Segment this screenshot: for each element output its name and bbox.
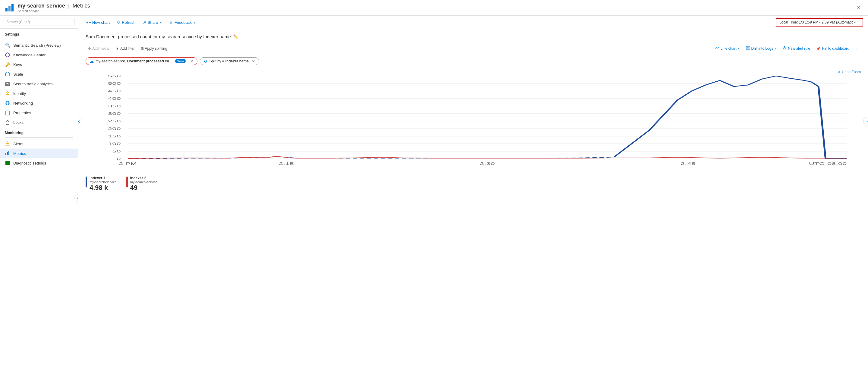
svg-text:400: 400: [108, 97, 121, 100]
add-metric-button[interactable]: ✚ Add metric: [86, 45, 112, 52]
scale-label: Scale: [13, 72, 23, 77]
legend-row: indexer-1 my-search-service 4.98 k index…: [86, 176, 861, 192]
svg-text:300: 300: [108, 112, 121, 115]
svg-text:450: 450: [108, 89, 121, 93]
add-metric-label: Add metric: [92, 47, 110, 51]
search-traffic-icon: [5, 81, 10, 87]
refresh-label: Refresh: [122, 20, 135, 25]
diagnostic-icon: [5, 160, 10, 166]
identity-label: Identity: [13, 91, 26, 96]
diagnostic-label: Diagnostic settings: [13, 161, 46, 165]
chart-container: Sum Document processed count for my-sear…: [79, 29, 868, 367]
metric-filter-label: my-search-service. Document processed co…: [96, 59, 172, 63]
indexer2-name: indexer-2: [130, 176, 157, 180]
monitoring-section-label: Monitoring: [0, 127, 78, 136]
chart-next-button[interactable]: ›: [863, 117, 868, 125]
line-chart-arrow: ∨: [738, 47, 740, 50]
share-button[interactable]: ↗ Share ∨: [140, 19, 165, 26]
semantic-search-icon: 🔍: [5, 42, 10, 48]
add-filter-button[interactable]: ▼ Add filter: [113, 45, 137, 52]
svg-point-21: [7, 145, 7, 145]
svg-rect-1: [8, 6, 10, 11]
svg-text:2:30: 2:30: [480, 162, 495, 165]
line-chart-button[interactable]: Line chart ∨: [713, 44, 742, 52]
search-input[interactable]: [4, 18, 74, 26]
title-bar: my-search-service | Metrics ··· Search s…: [0, 0, 868, 16]
sidebar-item-properties[interactable]: Properties: [0, 108, 78, 118]
svg-text:UTC-08:00: UTC-08:00: [809, 162, 847, 165]
keys-icon: 🔑: [5, 62, 10, 67]
split-filter-close[interactable]: ✕: [252, 59, 255, 64]
sidebar-item-alerts[interactable]: Alerts: [0, 139, 78, 149]
sidebar-item-semantic-search[interactable]: 🔍 Semantic Search (Preview): [0, 40, 78, 50]
chart-prev-button[interactable]: ‹: [79, 117, 83, 125]
sidebar-item-locks[interactable]: Locks: [0, 118, 78, 127]
new-chart-button[interactable]: + + New chart: [83, 19, 113, 26]
indexer2-sub: my-search-service: [130, 180, 157, 184]
chart-wrapper: ↺ Undo Zoom ‹ › .grid-line { stroke: #e8…: [86, 70, 861, 172]
svg-text:500: 500: [108, 82, 121, 85]
new-alert-rule-button[interactable]: New alert rule: [780, 44, 812, 52]
filter-row: ☁ my-search-service. Document processed …: [86, 57, 861, 65]
metric-filter-pill: ☁ my-search-service. Document processed …: [86, 57, 197, 65]
split-icon: ⚙: [204, 59, 208, 64]
drill-into-logs-button[interactable]: Drill into Logs ∨: [744, 44, 779, 52]
apply-splitting-button[interactable]: ⊞ Apply splitting: [138, 45, 170, 52]
drill-logs-label: Drill into Logs: [751, 47, 773, 51]
sidebar-item-identity[interactable]: Identity: [0, 89, 78, 98]
sidebar-item-networking[interactable]: Networking: [0, 98, 78, 108]
indexer1-solid-line: [614, 76, 847, 159]
feedback-button[interactable]: ☺ Feedback ∨: [166, 19, 198, 26]
chart-svg: .grid-line { stroke: #e8e8e8; stroke-wid…: [86, 70, 861, 172]
indexer1-info: indexer-1 my-search-service 4.98 k: [90, 176, 117, 192]
metric-badge: Sum: [175, 59, 186, 63]
indexer1-color-bar: [86, 177, 87, 187]
svg-rect-4: [5, 73, 10, 76]
sidebar-item-keys[interactable]: 🔑 Keys: [0, 60, 78, 69]
share-icon: ↗: [143, 20, 146, 25]
add-metric-icon: ✚: [88, 47, 91, 51]
identity-icon: [5, 91, 10, 96]
sidebar-item-knowledge-center[interactable]: Knowledge Center: [0, 50, 78, 60]
service-name: my-search-service: [18, 3, 65, 9]
more-options-button[interactable]: ···: [853, 45, 861, 52]
svg-text:150: 150: [108, 134, 121, 138]
refresh-button[interactable]: ↻ Refresh: [114, 19, 138, 26]
split-filter-label: Split by = Indexer name: [210, 59, 249, 63]
sidebar-item-diagnostic[interactable]: Diagnostic settings: [0, 158, 78, 168]
properties-icon: [5, 110, 10, 115]
svg-point-11: [7, 92, 8, 93]
close-button[interactable]: ×: [854, 3, 863, 12]
svg-rect-2: [11, 4, 13, 11]
sidebar-item-metrics[interactable]: Metrics: [0, 149, 78, 158]
app-container: my-search-service | Metrics ··· Search s…: [0, 0, 868, 367]
indexer2-info: indexer-2 my-search-service 49: [130, 176, 157, 192]
title-left: my-search-service | Metrics ··· Search s…: [5, 3, 97, 13]
pin-icon: 📌: [816, 47, 821, 51]
edit-icon[interactable]: ✏️: [233, 34, 239, 39]
metrics-icon: [5, 151, 10, 156]
title-text: my-search-service | Metrics ··· Search s…: [18, 3, 97, 13]
sidebar-item-scale[interactable]: Scale: [0, 69, 78, 79]
svg-text:250: 250: [108, 119, 121, 123]
content-area: + + New chart ↻ Refresh ↗ Share ∨ ☺ Feed…: [79, 16, 868, 367]
toolbar: + + New chart ↻ Refresh ↗ Share ∨ ☺ Feed…: [79, 16, 868, 29]
feedback-label: Feedback: [175, 20, 192, 25]
metric-cloud-icon: ☁: [90, 59, 94, 64]
metric-filter-close[interactable]: ✕: [190, 59, 193, 64]
apply-splitting-icon: ⊞: [141, 47, 144, 51]
more-icon[interactable]: ···: [93, 3, 97, 9]
pin-to-dashboard-button[interactable]: 📌 Pin to dashboard: [814, 45, 852, 52]
plus-icon: +: [86, 20, 89, 25]
new-alert-icon: [782, 46, 786, 51]
line-chart-icon: [715, 46, 719, 51]
new-chart-label: + New chart: [89, 20, 110, 25]
apply-splitting-label: Apply splitting: [145, 47, 167, 51]
svg-text:2 PM: 2 PM: [119, 162, 137, 165]
time-picker[interactable]: Local Time: 1/3 1:59 PM - 2:59 PM (Autom…: [776, 18, 863, 27]
scale-icon: [5, 71, 10, 77]
line-chart-label: Line chart: [721, 47, 737, 51]
svg-text:200: 200: [108, 127, 121, 130]
service-subtitle: Search service: [18, 9, 97, 13]
sidebar-item-search-traffic[interactable]: Search traffic analytics: [0, 79, 78, 89]
